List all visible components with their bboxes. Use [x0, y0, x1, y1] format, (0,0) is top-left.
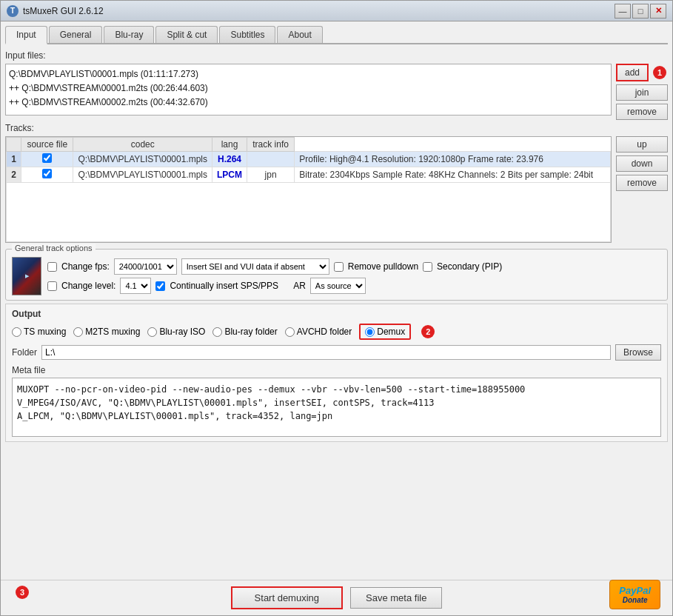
start-demuxing-button[interactable]: Start demuxing: [231, 586, 343, 609]
mode-bluray-folder[interactable]: Blu-ray folder: [212, 327, 277, 337]
col-codec: codec: [73, 138, 212, 152]
radio-m2ts-muxing[interactable]: [73, 327, 83, 337]
track-down-button[interactable]: down: [616, 155, 668, 172]
mode-m2ts-muxing[interactable]: M2TS muxing: [73, 327, 140, 337]
paypal-donate-button[interactable]: PayPal Donate: [609, 580, 660, 609]
bluray-iso-label: Blu-ray ISO: [159, 327, 205, 337]
main-content: Input General Blu-ray Split & cut Subtit…: [1, 21, 672, 580]
secondary-pip-checkbox[interactable]: [423, 262, 432, 272]
track-thumbnail: ▶: [12, 257, 41, 295]
join-button[interactable]: join: [616, 84, 668, 101]
general-track-options-label: General track options: [12, 244, 96, 252]
folder-row: Folder Browse: [12, 344, 661, 361]
mode-bluray-iso[interactable]: Blu-ray ISO: [147, 327, 205, 337]
fps-row: Change fps: 24000/1001 Insert SEI and VU…: [47, 258, 502, 275]
paypal-label: PayPal: [619, 585, 651, 596]
add-button[interactable]: add: [616, 64, 649, 81]
output-label: Output: [12, 309, 661, 319]
tab-bar: Input General Blu-ray Split & cut Subtit…: [5, 26, 668, 44]
input-files-box: Q:\BDMV\PLAYLIST\00001.mpls (01:11:17.27…: [5, 64, 612, 116]
radio-bluray-iso[interactable]: [147, 327, 157, 337]
folder-input[interactable]: [41, 345, 611, 360]
row-codec-2: LPCM: [212, 167, 247, 183]
mode-demux[interactable]: Demux: [359, 324, 411, 340]
col-check: [7, 138, 21, 152]
input-remove-button[interactable]: remove: [616, 104, 668, 120]
input-file-3: ++ Q:\BDMV\STREAM\00002.m2ts (00:44:32.6…: [9, 96, 608, 110]
table-row: 1 Q:\BDMV\PLAYLIST\00001.mpls H.264 Prof…: [7, 152, 611, 167]
track-2-checkbox[interactable]: [42, 169, 52, 178]
donate-label: Donate: [623, 596, 648, 604]
tab-about[interactable]: About: [277, 26, 322, 43]
row-check-2: [21, 167, 73, 183]
input-files-row: Q:\BDMV\PLAYLIST\00001.mpls (01:11:17.27…: [5, 64, 668, 120]
output-section: Output TS muxing M2TS muxing Blu-ray ISO…: [5, 304, 668, 442]
track-controls: Change fps: 24000/1001 Insert SEI and VU…: [47, 258, 502, 294]
remove-pulldown-checkbox[interactable]: [334, 262, 344, 272]
title-bar: T tsMuxeR GUI 2.6.12 — □ ✕: [1, 1, 672, 21]
window-title: tsMuxeR GUI 2.6.12: [23, 6, 615, 16]
row-info-1: Profile: High@4.1 Resolution: 1920:1080p…: [295, 152, 611, 167]
window-controls: — □ ✕: [615, 4, 666, 19]
row-num-1: 1: [7, 152, 21, 167]
level-row: Change level: 4.1 Continually insert SPS…: [47, 278, 502, 294]
radio-bluray-folder[interactable]: [212, 327, 222, 337]
continually-insert-checkbox[interactable]: [155, 281, 165, 291]
add-badge: 1: [653, 66, 666, 79]
main-window: T tsMuxeR GUI 2.6.12 — □ ✕ Input General…: [0, 0, 673, 616]
bluray-folder-label: Blu-ray folder: [224, 327, 277, 337]
remove-pulldown-label: Remove pulldown: [348, 261, 418, 272]
track-up-button[interactable]: up: [616, 136, 668, 153]
change-fps-checkbox[interactable]: [47, 262, 57, 272]
tab-split-cut[interactable]: Split & cut: [155, 26, 218, 43]
radio-avchd-folder[interactable]: [285, 327, 295, 337]
tab-subtitles[interactable]: Subtitles: [219, 26, 275, 43]
browse-button[interactable]: Browse: [615, 344, 661, 361]
tracks-outer: source file codec lang track info 1: [5, 136, 668, 243]
mode-avchd-folder[interactable]: AVCHD folder: [285, 327, 352, 337]
col-source: source file: [21, 138, 73, 152]
minimize-button[interactable]: —: [615, 4, 631, 19]
meta-file-area: MUXOPT --no-pcr-on-video-pid --new-audio…: [12, 378, 661, 437]
tab-bluray[interactable]: Blu-ray: [104, 26, 154, 43]
row-codec-1: H.264: [212, 152, 247, 167]
level-select[interactable]: 4.1: [120, 278, 151, 294]
col-lang: lang: [212, 138, 247, 152]
input-buttons: add 1 join remove: [616, 64, 668, 120]
continually-insert-label: Continually insert SPS/PPS: [170, 281, 278, 291]
general-track-options: General track options ▶ Change fps: 2400…: [5, 249, 668, 301]
input-section: Input files: Q:\BDMV\PLAYLIST\00001.mpls…: [5, 50, 668, 120]
radio-ts-muxing[interactable]: [12, 327, 21, 337]
output-mode-group: TS muxing M2TS muxing Blu-ray ISO Blu-ra…: [12, 324, 661, 340]
radio-demux[interactable]: [365, 327, 375, 337]
col-info: track info: [247, 138, 295, 152]
track-1-checkbox[interactable]: [42, 153, 52, 163]
tracks-table: source file codec lang track info 1: [6, 137, 611, 242]
demux-label: Demux: [377, 327, 405, 337]
secondary-pip-label: Secondary (PIP): [437, 261, 502, 272]
fps-select[interactable]: 24000/1001: [114, 258, 177, 275]
app-icon: T: [7, 5, 19, 17]
change-level-checkbox[interactable]: [47, 281, 57, 291]
insert-sei-select[interactable]: Insert SEI and VUI data if absent: [181, 258, 329, 275]
mode-ts-muxing[interactable]: TS muxing: [12, 327, 66, 337]
track-remove-button[interactable]: remove: [616, 175, 668, 191]
maximize-button[interactable]: □: [632, 4, 649, 19]
tab-general[interactable]: General: [49, 26, 103, 43]
tracks-table-container: source file codec lang track info 1: [5, 136, 612, 243]
table-row: 2 Q:\BDMV\PLAYLIST\00001.mpls LPCM jpn B…: [7, 167, 611, 183]
tab-input[interactable]: Input: [5, 26, 47, 44]
tracks-label: Tracks:: [5, 123, 668, 133]
save-meta-button[interactable]: Save meta file: [350, 587, 442, 609]
folder-label: Folder: [12, 347, 37, 358]
close-button[interactable]: ✕: [650, 4, 666, 19]
row-source-1: Q:\BDMV\PLAYLIST\00001.mpls: [73, 152, 212, 167]
start-badge: 3: [16, 586, 29, 599]
input-file-2: ++ Q:\BDMV\STREAM\00001.m2ts (00:26:44.6…: [9, 81, 608, 96]
input-file-1: Q:\BDMV\PLAYLIST\00001.mpls (01:11:17.27…: [9, 67, 608, 81]
ar-select[interactable]: As source: [310, 278, 366, 294]
row-lang-2: jpn: [247, 167, 295, 183]
row-lang-1: [247, 152, 295, 167]
track-options-container: ▶ Change fps: 24000/1001 Insert SEI and …: [12, 257, 661, 295]
tracks-buttons: up down remove: [616, 136, 668, 243]
